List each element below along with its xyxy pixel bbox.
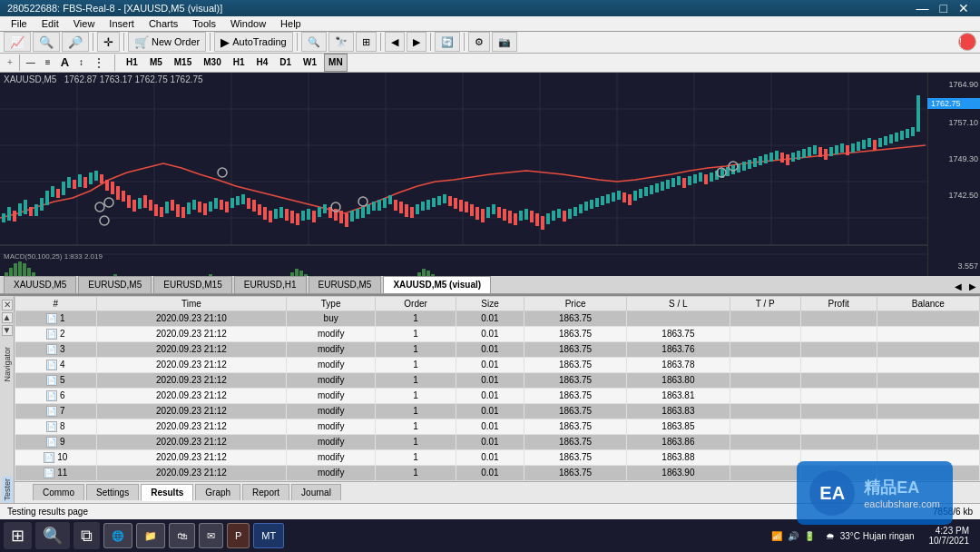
svg-rect-38 [116,186,120,200]
taskbar-edge[interactable]: 🌐 [103,523,132,548]
menu-edit[interactable]: Edit [34,16,66,31]
close-button[interactable]: ✕ [955,2,973,15]
crosshair-button[interactable]: ✛ [97,32,120,52]
cell-type: modify [287,419,376,434]
tester-tab-journal[interactable]: Journal [291,484,341,500]
tf-h1[interactable]: H1 [122,54,142,72]
cell-type: modify [287,480,376,481]
tf-m15[interactable]: M15 [170,54,196,72]
svg-rect-250 [290,272,294,276]
chart-tab-xauusd-visual[interactable]: XAUUSD,M5 (visual) [383,276,491,293]
svg-rect-92 [410,207,414,218]
taskbar-store[interactable]: 🛍 [169,523,195,548]
cell-id: 📄 7 [15,403,97,419]
task-view-button[interactable]: ⧉ [74,522,100,549]
table-row: 📄 8 2020.09.23 21:12 modify 1 0.01 1863.… [15,419,980,434]
table-row: 📄 1 2020.09.23 21:10 buy 1 0.01 1863.75 [15,310,980,326]
screenshot-button[interactable]: 📷 [492,32,517,52]
chart-area[interactable]: XAUUSD,M5 1762.87 1763.17 1762.75 1762.7… [0,73,980,276]
tf-d1[interactable]: D1 [275,54,296,72]
cell-order: 1 [376,449,456,465]
collapse-btn-down[interactable]: ▼ [2,325,13,336]
menu-charts[interactable]: Charts [142,16,185,31]
cell-price: 1863.75 [524,465,626,480]
svg-rect-78 [334,209,338,221]
results-table-container[interactable]: # Time Type Order Size Price S / L T / P… [15,296,980,481]
svg-rect-81 [350,211,354,222]
cell-size: 0.01 [456,388,524,403]
svg-rect-145 [699,172,702,182]
maximize-button[interactable]: □ [936,2,951,15]
collapse-btn-up[interactable]: ▲ [2,312,13,323]
chart-zoom-out-button[interactable]: 🔭 [328,32,354,52]
tester-tab-graph[interactable]: Graph [195,484,240,500]
menu-tools[interactable]: Tools [185,16,223,31]
tester-tab-report[interactable]: Report [242,484,289,500]
forward-button[interactable]: ▶ [407,32,426,52]
back-button[interactable]: ◀ [385,32,405,52]
cell-tp [730,341,800,357]
cell-id: 📄 12 [15,480,97,481]
chart-tab-eurusd-h1[interactable]: EURUSD,H1 [234,276,307,293]
taskbar-clock[interactable]: 4:23 PM 10/7/2021 [922,526,977,546]
zoom-in-button[interactable]: 🔍 [33,32,60,52]
refresh-button[interactable]: 🔄 [435,32,460,52]
tf-m30[interactable]: M30 [199,54,225,72]
chart-tab-xauusd-m5[interactable]: XAUUSD,M5 [4,276,76,293]
cell-time: 2020.09.23 21:12 [96,480,287,481]
collapse-btn-top[interactable]: ✕ [2,300,13,310]
tester-tab-commo[interactable]: Commo [33,484,84,500]
svg-rect-107 [492,204,495,214]
chart-tab-eurusd-m5[interactable]: EURUSD,M5 [78,276,152,293]
svg-rect-74 [312,211,316,222]
svg-rect-142 [682,178,686,188]
settings-icon-button[interactable]: ⚙ [468,32,490,52]
chart-zoom-button[interactable]: 🔍 [301,32,327,52]
cell-type: modify [287,372,376,388]
taskbar-mail[interactable]: ✉ [199,523,223,548]
zoom-out-button[interactable]: 🔎 [62,32,89,52]
tf-m5[interactable]: M5 [145,54,167,72]
period-sep-button[interactable]: ⊞ [356,32,377,52]
svg-rect-90 [399,202,403,213]
chart-tab-prev[interactable]: ◀ [951,280,965,293]
new-order-button[interactable]: 🛒 New Order [128,32,206,52]
alert-button[interactable]: ! [958,33,976,51]
autotrading-button[interactable]: ▶ AutoTrading [214,32,293,52]
chart-tab-next[interactable]: ▶ [965,280,980,293]
taskbar-mt4[interactable]: MT [253,523,284,548]
chart-tab-eurusd-m5-2[interactable]: EURUSD,M5 [309,276,382,293]
new-chart-button[interactable]: 📈 [4,32,31,52]
svg-rect-253 [304,274,308,276]
chart-tab-eurusd-m15[interactable]: EURUSD,M15 [153,276,231,293]
tf-h1-2[interactable]: H1 [229,54,250,72]
svg-rect-29 [67,177,71,188]
navigator-label[interactable]: Navigator [1,345,14,384]
menu-file[interactable]: File [4,16,34,31]
minimize-button[interactable]: — [913,2,933,15]
toolbar-separator-2 [123,33,124,51]
cell-id: 📄 8 [15,419,97,434]
tf-h4[interactable]: H4 [251,54,272,72]
tf-mn[interactable]: MN [324,54,348,72]
menu-window[interactable]: Window [223,16,273,31]
menu-view[interactable]: View [66,16,103,31]
search-button[interactable]: 🔍 [35,522,70,549]
menu-help[interactable]: Help [273,16,309,31]
menu-insert[interactable]: Insert [102,16,142,31]
svg-rect-191 [23,263,26,276]
cell-size: 0.01 [456,310,524,326]
tf-w1[interactable]: W1 [299,54,321,72]
cell-time: 2020.09.23 21:12 [96,449,287,465]
svg-rect-91 [405,204,408,217]
cell-tp [730,388,800,403]
taskbar-powerpoint[interactable]: P [227,523,250,548]
tester-label[interactable]: Tester [2,477,13,503]
taskbar-file[interactable]: 📁 [136,523,165,548]
line-tool: — [23,57,39,67]
tester-tab-settings[interactable]: Settings [86,484,139,500]
svg-rect-56 [214,198,218,209]
start-button[interactable]: ⊞ [4,522,32,549]
tester-tab-results[interactable]: Results [141,484,193,501]
svg-rect-126 [595,198,599,207]
